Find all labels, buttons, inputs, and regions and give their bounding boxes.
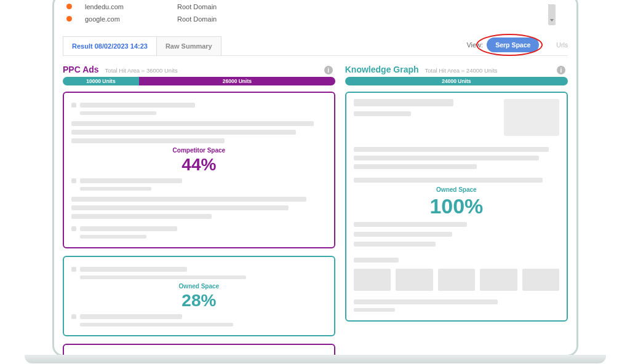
urls-toggle[interactable]: Urls [556, 41, 568, 49]
kg-owned-space-card: Owned Space 100% [345, 92, 568, 322]
image-grid [354, 269, 559, 291]
table-row: lendedu.com Root Domain 7 [63, 1, 568, 13]
competitor-space-card: Competitor Space 44% [63, 92, 335, 248]
units-segment-owned: 24000 Units [345, 77, 568, 85]
main-content: PPC Ads Total Hit Area = 36000 Units i 1… [63, 65, 568, 347]
kg-column: Knowledge Graph Total Hit Area = 24000 U… [345, 65, 568, 347]
view-label: View: [466, 41, 483, 49]
partial-card [63, 344, 335, 355]
owned-space-card: Owned Space 28% [63, 256, 335, 336]
scope-cell: Root Domain [173, 1, 519, 13]
serp-space-button[interactable]: Serp Space [487, 38, 539, 52]
view-controls: View: Serp Space Urls [466, 38, 568, 52]
domain-cell: lendedu.com [81, 1, 173, 13]
scrollbar[interactable] [548, 4, 556, 25]
table-row: google.com Root Domain 8 [63, 13, 568, 25]
status-dot-icon [66, 16, 72, 22]
kg-title: Knowledge Graph [345, 65, 419, 74]
tabs-row: Result 08/02/2023 14:23 Raw Summary View… [63, 36, 568, 56]
units-segment-competitor: 26000 Units [139, 77, 335, 85]
info-icon[interactable]: i [557, 66, 565, 74]
scope-cell: Root Domain [173, 13, 519, 25]
card-percentage: 44% [71, 155, 327, 175]
units-segment-owned: 10000 Units [63, 77, 139, 85]
image-placeholder [504, 99, 559, 136]
card-title: Owned Space [354, 186, 559, 193]
ppc-hit-area: Total Hit Area = 36000 Units [105, 67, 178, 74]
ppc-units-bar: 10000 Units 26000 Units [63, 77, 335, 85]
ppc-title: PPC Ads [63, 65, 99, 74]
ppc-column: PPC Ads Total Hit Area = 36000 Units i 1… [63, 65, 335, 347]
card-title: Competitor Space [71, 147, 327, 154]
kg-units-bar: 24000 Units [345, 77, 568, 85]
info-icon[interactable]: i [324, 66, 333, 74]
domain-cell: google.com [81, 13, 173, 25]
card-percentage: 28% [71, 291, 327, 311]
tab-raw-summary[interactable]: Raw Summary [156, 36, 221, 55]
domain-table: lendedu.com Root Domain 7 google.com Roo… [63, 1, 568, 25]
laptop-screen: lendedu.com Root Domain 7 google.com Roo… [52, 0, 578, 357]
tab-result[interactable]: Result 08/02/2023 14:23 [63, 36, 157, 55]
card-percentage: 100% [354, 194, 559, 218]
card-title: Owned Space [71, 283, 327, 290]
status-dot-icon [66, 4, 72, 9]
laptop-base [25, 355, 606, 363]
kg-hit-area: Total Hit Area = 24000 Units [425, 67, 498, 74]
